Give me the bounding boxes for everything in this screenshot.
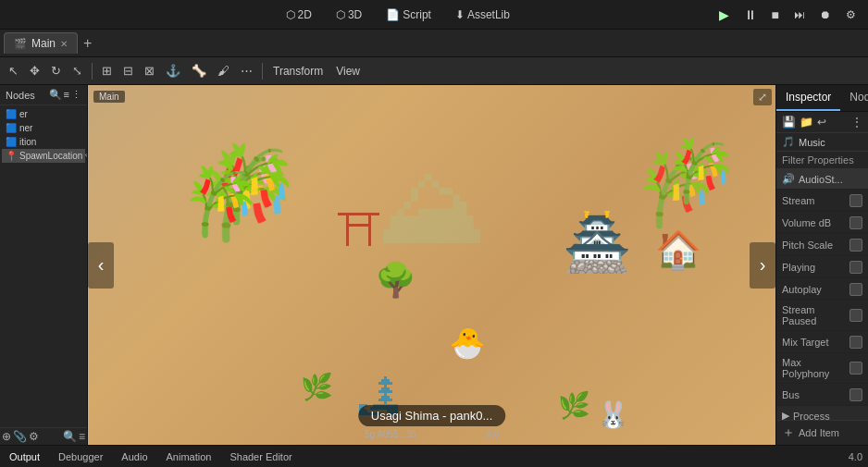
- fullscreen-button[interactable]: ⤢: [753, 89, 772, 105]
- autoplay-value[interactable]: [849, 283, 862, 296]
- inst-icon[interactable]: 📎: [13, 430, 27, 443]
- scene-item[interactable]: 🟦 er: [2, 107, 85, 121]
- eye-icon[interactable]: 👁: [85, 151, 87, 161]
- filter-icon[interactable]: ≡: [64, 89, 69, 101]
- scale-tool-icon[interactable]: ⤡: [68, 61, 87, 80]
- debugger-tab[interactable]: Debugger: [55, 449, 106, 464]
- search2-icon[interactable]: 🔍: [63, 430, 77, 443]
- search-icon[interactable]: 🔍: [49, 89, 62, 101]
- music-label: Music: [799, 137, 825, 148]
- small-icons-bar: ⊕ 📎 ⚙ 🔍 ≡: [0, 427, 87, 445]
- paint-tool-icon[interactable]: 🖌: [213, 61, 234, 80]
- process-label: Process: [793, 411, 830, 421]
- skip-button[interactable]: ⏭: [789, 6, 810, 23]
- bus-value[interactable]: [849, 388, 862, 401]
- autoplay-label: Autoplay: [782, 284, 849, 295]
- mix-target-value[interactable]: [849, 336, 862, 349]
- audio-stream-header: 🔊 AudioSt...: [776, 169, 868, 190]
- transform-label[interactable]: Transform: [267, 63, 329, 80]
- process-section[interactable]: ▶ Process: [776, 406, 868, 420]
- scene-item[interactable]: 🟦 ner: [2, 121, 85, 135]
- add-item-row: ＋ Add Item: [776, 420, 868, 445]
- output-tab[interactable]: Output: [6, 449, 43, 464]
- 3d-button[interactable]: ⬡ 3D: [331, 6, 366, 23]
- inspector-icon-bar: 💾 📁 ↩ ⋮: [776, 112, 868, 133]
- node-icon: 🟦: [6, 123, 17, 133]
- 2d-button[interactable]: ⬡ 2D: [281, 6, 316, 23]
- zoom-level: 4.0: [486, 429, 499, 439]
- stream-label: Stream: [782, 195, 849, 206]
- scene-item[interactable]: 🟦 ition: [2, 135, 85, 149]
- top-bar-right: ▶ ⏸ ■ ⏭ ⏺ ⚙: [714, 6, 861, 24]
- audio-tab[interactable]: Audio: [118, 449, 151, 464]
- more-tool-icon[interactable]: ⋯: [236, 61, 257, 80]
- node-label: ner: [19, 123, 32, 133]
- scene-name-label: Usagi Shima - pank0...: [358, 405, 506, 426]
- stream-value[interactable]: [849, 194, 862, 207]
- pitch-scale-label: Pitch Scale: [782, 240, 849, 251]
- filter2-icon[interactable]: ≡: [79, 430, 85, 443]
- more-icon[interactable]: ⋮: [71, 89, 81, 101]
- animation-tab[interactable]: Animation: [163, 449, 216, 464]
- bus-label: Bus: [782, 389, 849, 400]
- audio-stream-label: AudioSt...: [799, 174, 843, 185]
- node-tab[interactable]: Node: [840, 85, 868, 111]
- next-arrow-button[interactable]: ›: [750, 242, 775, 289]
- stream-paused-value[interactable]: [849, 309, 862, 322]
- settings-button[interactable]: ⚙: [841, 6, 861, 23]
- config-icon[interactable]: ⚙: [29, 430, 39, 443]
- properties-list: Stream Volume dB Pitch Scale Playing Aut…: [776, 190, 868, 420]
- spawn-icon: 📍: [6, 151, 17, 161]
- autoplay-property: Autoplay: [776, 278, 868, 301]
- inspector-tab[interactable]: Inspector: [776, 85, 840, 111]
- chevron-right-icon: ▶: [782, 410, 789, 420]
- right-panel: Inspector Node 💾 📁 ↩ ⋮ 🎵 Music Filter Pr…: [775, 85, 868, 445]
- assetlib-button[interactable]: ⬇ AssetLib: [451, 6, 515, 23]
- stream-paused-label: Stream Paused: [782, 304, 849, 326]
- main-tab[interactable]: 🎬 Main ✕: [4, 32, 78, 54]
- bus-property: Bus: [776, 384, 868, 406]
- play-button[interactable]: ▶: [714, 6, 734, 24]
- select-tool-icon[interactable]: ↖: [4, 61, 23, 80]
- scene-tree: 🟦 er 🟦 ner 🟦 ition 📍 SpawnLocation 👁: [0, 105, 87, 427]
- separator-1: [92, 63, 93, 80]
- pause-button[interactable]: ⏸: [739, 6, 762, 24]
- add-item-button[interactable]: ＋: [782, 424, 795, 441]
- mix-target-label: Mix Target: [782, 337, 849, 348]
- playing-label: Playing: [782, 262, 849, 273]
- save-icon[interactable]: 💾: [782, 116, 796, 129]
- max-polyphony-value[interactable]: [849, 362, 862, 375]
- playing-value[interactable]: [849, 261, 862, 274]
- shader-editor-tab[interactable]: Shader Editor: [226, 449, 295, 464]
- history-icon[interactable]: ↩: [817, 116, 826, 129]
- record-button[interactable]: ⏺: [815, 6, 836, 23]
- mix-target-property: Mix Target: [776, 331, 868, 353]
- more-insp-icon[interactable]: ⋮: [851, 116, 862, 129]
- add-icon[interactable]: ⊕: [2, 430, 11, 443]
- left-panel: Nodes 🔍 ≡ ⋮ 🟦 er 🟦 ner 🟦 ition 📍 S: [0, 85, 88, 445]
- folder-icon[interactable]: 📁: [800, 116, 813, 129]
- script-button[interactable]: 📄 Script: [381, 6, 436, 23]
- tab-close-icon[interactable]: ✕: [60, 39, 68, 49]
- move-tool-icon[interactable]: ✥: [25, 61, 44, 80]
- lock-tool-icon[interactable]: ⊠: [140, 61, 159, 80]
- add-item-label: Add Item: [799, 427, 839, 438]
- stop-button[interactable]: ■: [767, 6, 784, 24]
- grid-tool-icon[interactable]: ⊞: [97, 61, 117, 80]
- snap-tool-icon[interactable]: ⊟: [118, 61, 138, 80]
- anchor-tool-icon[interactable]: ⚓: [161, 61, 185, 80]
- bone-tool-icon[interactable]: 🦴: [187, 61, 211, 80]
- music-row: 🎵 Music: [776, 133, 868, 152]
- volume-db-value[interactable]: [849, 216, 862, 229]
- node-icon: 🟦: [6, 137, 17, 147]
- stream-property: Stream: [776, 190, 868, 212]
- top-bar: ⬡ 2D ⬡ 3D 📄 Script ⬇ AssetLib ▶ ⏸ ■ ⏭ ⏺ …: [0, 0, 868, 30]
- rotate-tool-icon[interactable]: ↻: [46, 61, 66, 80]
- add-tab-button[interactable]: +: [78, 33, 97, 54]
- spawn-location-item[interactable]: 📍 SpawnLocation 👁: [2, 149, 85, 163]
- prev-arrow-button[interactable]: ‹: [88, 242, 114, 289]
- main-content: Nodes 🔍 ≡ ⋮ 🟦 er 🟦 ner 🟦 ition 📍 S: [0, 85, 868, 445]
- filter-properties-label: Filter Properties: [776, 152, 868, 169]
- view-label[interactable]: View: [330, 63, 366, 80]
- pitch-scale-value[interactable]: [849, 239, 862, 252]
